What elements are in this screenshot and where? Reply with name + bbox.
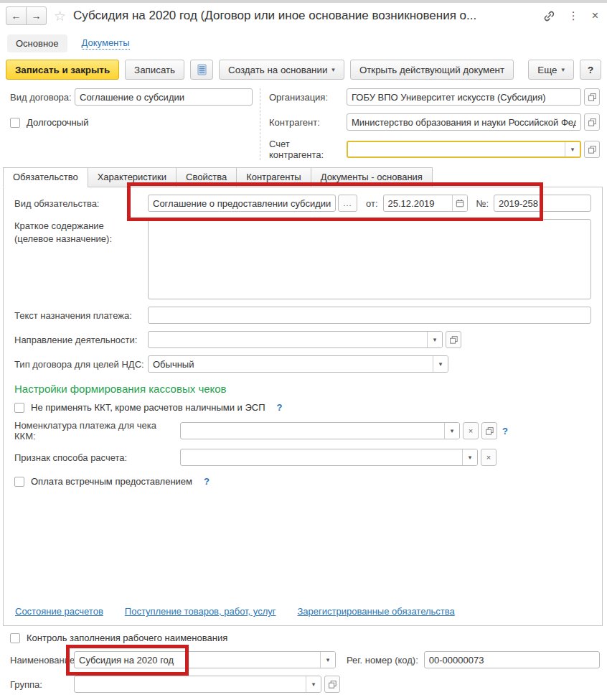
settlement-method-clear-button[interactable]: ×	[481, 449, 497, 466]
counterparty-account-open-button[interactable]	[584, 141, 600, 158]
link-icon[interactable]	[543, 10, 555, 22]
nomenclature-open-button[interactable]	[481, 422, 497, 439]
number-input[interactable]	[494, 195, 590, 211]
vat-contract-type-input[interactable]	[149, 356, 433, 372]
activity-open-button[interactable]	[446, 331, 461, 348]
nav-item-documents[interactable]: Документы	[82, 37, 130, 50]
dropdown-icon[interactable]: ▾	[433, 356, 448, 372]
close-icon[interactable]: ×	[592, 9, 598, 22]
obligation-kind-input[interactable]	[149, 195, 335, 211]
toolbar: Записать и закрыть Записать Создать на о…	[0, 57, 607, 87]
counterparty-input[interactable]	[347, 114, 580, 130]
open-active-document-button[interactable]: Открыть действующий документ	[350, 60, 514, 80]
counterparty-label: Контрагент:	[269, 117, 347, 128]
tab-obligation[interactable]: Обязательство	[3, 167, 88, 187]
back-button[interactable]: ←	[6, 6, 27, 25]
counter-provision-help-link[interactable]: ?	[204, 476, 210, 487]
counterparty-open-button[interactable]	[584, 113, 600, 131]
tab-properties[interactable]: Свойства	[176, 167, 237, 187]
reg-number-input[interactable]	[425, 652, 599, 668]
open-in-window-icon	[329, 681, 337, 689]
contract-type-input[interactable]	[75, 89, 252, 105]
summary-textarea[interactable]	[148, 219, 591, 299]
payment-text-input[interactable]	[149, 307, 590, 323]
activity-field[interactable]: ▾	[148, 331, 443, 348]
menu-kebab-icon[interactable]: ⋮	[568, 9, 579, 22]
goods-receipt-link[interactable]: Поступление товаров, работ, услуг	[125, 606, 276, 617]
chevron-down-icon: ▾	[331, 66, 335, 73]
payment-text-label: Текст назначения платежа:	[14, 310, 148, 321]
dropdown-icon[interactable]: ▾	[444, 423, 459, 439]
no-kkt-checkbox[interactable]	[14, 403, 24, 413]
nav-item-main[interactable]: Основное	[7, 34, 67, 52]
group-input[interactable]	[75, 676, 306, 692]
counterparty-account-input[interactable]	[348, 142, 565, 157]
obligation-tab-panel: Вид обязательства: ... от: №:	[3, 187, 603, 626]
tab-characteristics[interactable]: Характеристики	[88, 167, 177, 187]
create-based-on-label: Создать на основании	[228, 65, 327, 75]
dropdown-icon[interactable]: ▾	[565, 142, 580, 157]
no-kkt-help-link[interactable]: ?	[277, 402, 283, 413]
long-term-label: Долгосрочный	[27, 117, 88, 128]
tab-counterparties[interactable]: Контрагенты	[236, 167, 311, 187]
group-open-button[interactable]	[324, 676, 340, 693]
vat-contract-type-field[interactable]: ▾	[148, 355, 448, 373]
organization-field[interactable]	[347, 88, 581, 106]
nomenclature-clear-button[interactable]: ×	[463, 422, 479, 439]
organization-open-button[interactable]	[584, 88, 600, 106]
dropdown-icon[interactable]: ▾	[320, 652, 335, 668]
dropdown-icon[interactable]: ▾	[306, 676, 321, 692]
group-field[interactable]: ▾	[74, 676, 321, 693]
help-button[interactable]: ?	[580, 60, 601, 80]
open-in-window-icon	[588, 118, 596, 126]
activity-input[interactable]	[149, 332, 427, 347]
forward-button[interactable]: →	[26, 6, 47, 25]
date-input[interactable]	[384, 195, 452, 211]
calendar-icon[interactable]	[452, 195, 467, 211]
naming-control-checkbox[interactable]	[10, 633, 20, 643]
counterparty-account-label: Счет контрагента:	[269, 139, 347, 160]
reg-number-field[interactable]	[424, 651, 600, 668]
settlement-status-link[interactable]: Состояние расчетов	[15, 606, 103, 617]
counter-provision-checkbox[interactable]	[14, 477, 24, 487]
counterparty-account-field[interactable]: ▾	[347, 141, 581, 158]
tab-base-documents[interactable]: Документы - основания	[311, 167, 433, 187]
history-nav: ← →	[6, 6, 47, 25]
settlement-method-field[interactable]: ▾	[180, 449, 478, 466]
more-button[interactable]: Еще ▾	[528, 60, 574, 80]
obligation-kind-field[interactable]	[148, 195, 336, 212]
payment-text-field[interactable]	[148, 307, 591, 324]
counterparty-field[interactable]	[347, 113, 581, 131]
settlement-method-input[interactable]	[181, 449, 462, 465]
cash-receipts-section-title: Настройки формирования кассовых чеков	[14, 383, 591, 395]
nomenclature-input[interactable]	[181, 423, 444, 439]
header-form: Вид договора: Долгосрочный Организация:	[0, 87, 607, 160]
save-and-close-button[interactable]: Записать и закрыть	[6, 60, 119, 80]
long-term-checkbox[interactable]	[10, 118, 20, 128]
name-input[interactable]	[75, 652, 320, 668]
dropdown-icon[interactable]: ▾	[427, 332, 442, 347]
contract-type-field[interactable]	[75, 88, 253, 106]
open-in-window-icon	[588, 146, 596, 154]
nomenclature-help-link[interactable]: ?	[502, 426, 508, 437]
naming-control-label: Контроль заполнения рабочего наименовани…	[27, 633, 227, 643]
activity-label: Направление деятельности:	[14, 335, 148, 345]
name-field[interactable]: ▾	[74, 651, 336, 668]
save-button[interactable]: Записать	[125, 60, 184, 80]
register-records-button[interactable]	[190, 60, 213, 80]
number-field[interactable]	[494, 195, 591, 212]
favorite-star-icon[interactable]: ☆	[54, 9, 66, 23]
nomenclature-field[interactable]: ▾	[180, 422, 460, 439]
name-label: Наименование:	[10, 655, 74, 666]
organization-input[interactable]	[347, 89, 580, 105]
vat-contract-type-label: Тип договора для целей НДС:	[14, 359, 148, 370]
registered-obligations-link[interactable]: Зарегистрированные обязательства	[298, 606, 455, 617]
dropdown-icon[interactable]: ▾	[462, 449, 477, 465]
open-in-window-icon	[588, 93, 596, 101]
title-bar: ← → ☆ Субсидия на 2020 год (Договор или …	[0, 3, 607, 29]
register-icon	[197, 64, 207, 75]
create-based-on-button[interactable]: Создать на основании ▾	[219, 60, 344, 80]
date-field[interactable]	[383, 195, 468, 212]
obligation-kind-choose-button[interactable]: ...	[338, 195, 357, 212]
open-in-window-icon	[450, 336, 458, 344]
